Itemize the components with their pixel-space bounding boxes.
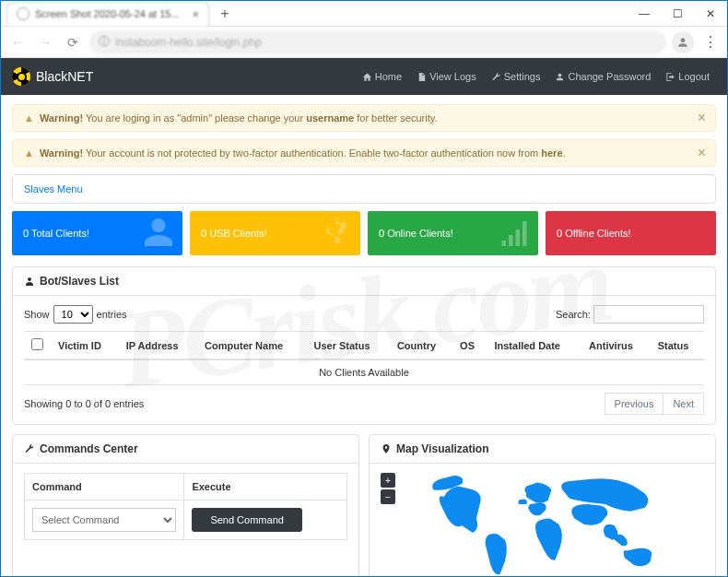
nav-settings[interactable]: Settings (485, 65, 547, 88)
stat-offline-clients[interactable]: 0 Offline Clients! (546, 211, 716, 255)
stat-total-clients[interactable]: 0 Total Clients! (12, 211, 182, 255)
commands-panel: Commands Center CommandExecute Select Co… (12, 434, 359, 576)
nav-change-password[interactable]: Change Password (548, 65, 657, 88)
reload-button[interactable]: ⟳ (62, 31, 84, 53)
stats-row: 0 Total Clients! 0 USB Clients! 0 Online… (12, 211, 716, 255)
col-country[interactable]: Country (390, 332, 452, 360)
map-panel: Map Visualization + − (369, 434, 716, 576)
slaves-menu-link[interactable]: Slaves Menu (24, 183, 83, 194)
col-computer-name[interactable]: Computer Name (197, 332, 306, 360)
slaves-menu-panel: Slaves Menu (12, 174, 716, 204)
warning-icon: ▲ (24, 112, 34, 124)
nav-view-logs[interactable]: View Logs (410, 65, 483, 88)
entries-select[interactable]: 10 (53, 305, 93, 324)
forward-button[interactable]: → (34, 31, 56, 53)
col-command: Command (25, 474, 184, 500)
map-header: Map Visualization (370, 435, 715, 464)
close-window-button[interactable]: ✕ (694, 7, 727, 20)
map-pin-icon (381, 443, 392, 454)
col-installed-date[interactable]: Installed Date (487, 332, 581, 360)
site-info-icon: ⓘ (99, 34, 110, 50)
col-ip-address[interactable]: IP Address (119, 332, 197, 360)
back-button[interactable]: ← (6, 31, 29, 53)
brand[interactable]: BlackNET (12, 67, 93, 86)
usb-icon (320, 216, 353, 251)
select-all-checkbox[interactable] (31, 338, 43, 350)
commands-table: CommandExecute Select Command Send Comma… (24, 473, 347, 540)
search-label: Search: (556, 309, 591, 320)
warning-icon: ▲ (24, 147, 34, 159)
svg-point-0 (28, 277, 31, 281)
bot-slaves-table: Victim ID IP Address Computer Name User … (24, 331, 704, 385)
col-antivirus[interactable]: Antivirus (581, 332, 651, 360)
app-header: BlackNET Home View Logs Settings Change … (1, 58, 727, 95)
maximize-button[interactable]: ☐ (661, 7, 694, 20)
table-header-row: Victim ID IP Address Computer Name User … (24, 332, 704, 360)
alert-close-icon[interactable]: × (698, 110, 706, 126)
window-controls: — ☐ ✕ (628, 7, 727, 20)
signal-icon (498, 216, 531, 251)
alert-2fa-warning: ▲ Warning! Your account is not protected… (12, 139, 716, 167)
col-victim-id[interactable]: Victim ID (51, 332, 119, 360)
address-bar[interactable]: ⓘ instaboom-hello.site/login.php (89, 30, 666, 54)
user-icon (142, 216, 175, 251)
show-label: Show (24, 309, 50, 320)
brand-logo-icon (12, 67, 30, 86)
bot-slaves-header: Bot/Slaves List (13, 267, 715, 296)
user-icon (676, 36, 689, 49)
tab-favicon (17, 7, 29, 20)
wrench-icon (491, 72, 501, 82)
col-execute: Execute (184, 474, 347, 500)
table-info: Showing 0 to 0 of 0 entries (24, 398, 144, 409)
world-map-icon (399, 468, 704, 576)
alert-username-warning: ▲ Warning! You are loging in as "admin" … (12, 104, 716, 132)
browser-titlebar: Screen Shot 2020-05-24 at 15... × + — ☐ … (1, 1, 727, 27)
wrench-icon (24, 443, 35, 454)
tab-title: Screen Shot 2020-05-24 at 15... (35, 8, 180, 19)
home-icon (362, 72, 372, 82)
map-zoom-out-button[interactable]: − (381, 489, 395, 504)
commands-header: Commands Center (13, 435, 358, 464)
previous-button[interactable]: Previous (605, 393, 664, 415)
profile-button[interactable] (672, 31, 694, 53)
col-status[interactable]: Status (651, 332, 704, 360)
browser-toolbar: ← → ⟳ ⓘ instaboom-hello.site/login.php ⋮ (1, 27, 727, 58)
send-command-button[interactable]: Send Command (192, 508, 302, 532)
nav-home[interactable]: Home (356, 65, 408, 88)
logout-icon (665, 72, 675, 82)
tab-close-icon[interactable]: × (193, 7, 200, 21)
user-icon (24, 276, 35, 287)
table-controls: Show 10 entries Search: (24, 305, 704, 324)
entries-label: entries (97, 309, 127, 320)
map-zoom-in-button[interactable]: + (381, 473, 395, 488)
col-user-status[interactable]: User Status (306, 332, 389, 360)
browser-tab[interactable]: Screen Shot 2020-05-24 at 15... × (6, 2, 209, 26)
pagination: Previous Next (605, 393, 704, 415)
next-button[interactable]: Next (663, 393, 704, 415)
alert-close-icon[interactable]: × (698, 145, 706, 161)
stat-usb-clients[interactable]: 0 USB Clients! (190, 211, 360, 255)
brand-name: BlackNET (36, 69, 93, 84)
url-text: instaboom-hello.site/login.php (115, 36, 262, 49)
nav-logout[interactable]: Logout (659, 65, 716, 88)
col-os[interactable]: OS (452, 332, 487, 360)
file-icon (417, 72, 427, 82)
new-tab-button[interactable]: + (215, 6, 234, 22)
minimize-button[interactable]: — (628, 7, 661, 20)
table-empty-row: No Clients Available (24, 359, 704, 385)
empty-message: No Clients Available (24, 359, 704, 385)
browser-menu-button[interactable]: ⋮ (699, 33, 722, 51)
command-select[interactable]: Select Command (32, 508, 176, 532)
header-nav: Home View Logs Settings Change Password … (356, 65, 716, 88)
bot-slaves-panel: Bot/Slaves List Show 10 entries Search: (12, 266, 716, 425)
stat-online-clients[interactable]: 0 Online Clients! (368, 211, 538, 255)
map-visualization[interactable]: + − (381, 473, 704, 576)
user-icon (555, 72, 565, 82)
search-input[interactable] (593, 305, 704, 324)
table-footer: Showing 0 to 0 of 0 entries Previous Nex… (24, 393, 704, 415)
